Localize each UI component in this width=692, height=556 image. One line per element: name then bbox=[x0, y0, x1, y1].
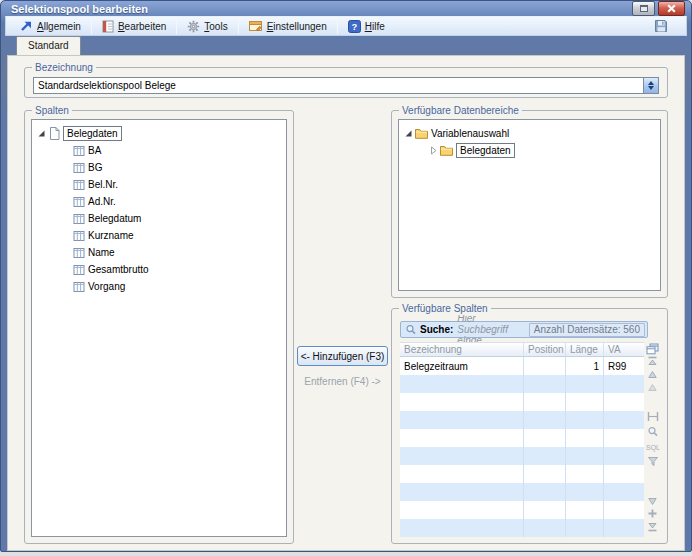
tree-item-label: BA bbox=[88, 145, 101, 156]
tree-item-belegdaten[interactable]: Belegdaten bbox=[402, 142, 657, 159]
table-row-empty[interactable] bbox=[400, 411, 644, 429]
table-row-empty[interactable] bbox=[400, 465, 644, 483]
column-header-va[interactable]: VA bbox=[604, 343, 644, 356]
cell-va bbox=[604, 465, 644, 483]
toolbar-button-einstellungen[interactable]: Einstellungen bbox=[243, 18, 333, 34]
right-column: Verfügbare Datenbereiche Variablenauswah… bbox=[391, 110, 668, 544]
spalten-group-label: Spalten bbox=[32, 104, 72, 117]
bezeichnung-group-label: Bezeichnung bbox=[32, 61, 96, 74]
table-row-empty[interactable] bbox=[400, 429, 644, 447]
datenbereiche-group: Verfügbare Datenbereiche Variablenauswah… bbox=[391, 110, 668, 298]
toolbar-button-hilfe[interactable]: ?Hilfe bbox=[342, 18, 391, 35]
scroll-bottom-icon[interactable] bbox=[646, 520, 660, 533]
table-row-empty[interactable] bbox=[400, 483, 644, 501]
tree-item-label: Name bbox=[88, 247, 115, 258]
column-header-länge[interactable]: Länge bbox=[566, 343, 604, 356]
cell-va bbox=[604, 429, 644, 447]
expanded-icon[interactable] bbox=[35, 129, 47, 138]
tree-item-gesamtbrutto[interactable]: Gesamtbrutto bbox=[35, 261, 283, 278]
tree-item-belegdaten[interactable]: Belegdaten bbox=[35, 125, 283, 142]
expanded-icon[interactable] bbox=[402, 129, 414, 138]
toolbar-button-tools[interactable]: Tools bbox=[181, 18, 233, 35]
cell-laenge: 1 bbox=[566, 357, 604, 375]
svg-text:?: ? bbox=[351, 20, 357, 31]
verfuegbare-spalten-group-label: Verfügbare Spalten bbox=[399, 302, 491, 315]
cell-laenge bbox=[566, 411, 604, 429]
cell-bezeichnung bbox=[400, 429, 524, 447]
tree-item-variablenauswahl[interactable]: Variablenauswahl bbox=[402, 125, 657, 142]
cell-laenge bbox=[566, 429, 604, 447]
combobox-spinner-button[interactable] bbox=[643, 78, 658, 93]
toolbar-button-label: Einstellungen bbox=[267, 21, 327, 32]
tab-standard[interactable]: Standard bbox=[16, 36, 81, 55]
save-button[interactable] bbox=[650, 17, 672, 35]
cell-va bbox=[604, 519, 644, 537]
transfer-controls: <- Hinzufügen (F3) Entfernen (F4) -> bbox=[294, 110, 391, 544]
table-row-empty[interactable] bbox=[400, 375, 644, 393]
tree-item-label: Belegdatum bbox=[88, 213, 141, 224]
zoom-icon[interactable] bbox=[646, 425, 660, 438]
spalten-tree-panel[interactable]: BelegdatenBABGBel.Nr.Ad.Nr.BelegdatumKur… bbox=[31, 119, 287, 537]
bezeichnung-value[interactable]: Standardselektionspool Belege bbox=[34, 78, 643, 93]
tree-item-ba[interactable]: BA bbox=[35, 142, 283, 159]
toolbar-button-bearbeiten[interactable]: Bearbeiten bbox=[96, 18, 172, 35]
toolbar: AllgemeinBearbeitenToolsEinstellungen?Hi… bbox=[5, 16, 687, 36]
sql-icon[interactable]: SQL bbox=[646, 440, 660, 453]
close-button[interactable] bbox=[658, 1, 685, 16]
tree-item-name[interactable]: Name bbox=[35, 244, 283, 261]
table-row-empty[interactable] bbox=[400, 393, 644, 411]
bezeichnung-group: Bezeichnung Standardselektionspool Beleg… bbox=[24, 67, 668, 98]
filter-icon[interactable] bbox=[646, 455, 660, 468]
notebook-icon bbox=[102, 20, 114, 33]
tree-item-kurzname[interactable]: Kurzname bbox=[35, 227, 283, 244]
columns-icon bbox=[73, 196, 85, 208]
page-up-icon[interactable] bbox=[646, 381, 660, 394]
tree-item-ad-nr-[interactable]: Ad.Nr. bbox=[35, 193, 283, 210]
column-header-position[interactable]: Position bbox=[524, 343, 566, 356]
cell-bezeichnung bbox=[400, 519, 524, 537]
toolbar-button-allgemein[interactable]: Allgemein bbox=[14, 18, 87, 34]
toolbar-button-label: Bearbeiten bbox=[118, 21, 166, 32]
cell-bezeichnung bbox=[400, 393, 524, 411]
column-width-icon[interactable] bbox=[646, 410, 660, 423]
move-down-icon[interactable] bbox=[646, 494, 660, 507]
bezeichnung-combobox[interactable]: Standardselektionspool Belege bbox=[33, 77, 659, 94]
columns-icon bbox=[73, 247, 85, 259]
folder-icon bbox=[440, 145, 453, 156]
insert-row-icon[interactable] bbox=[646, 507, 660, 520]
collapsed-icon[interactable] bbox=[427, 146, 439, 155]
restore-button[interactable] bbox=[632, 1, 655, 16]
cell-laenge bbox=[566, 393, 604, 411]
toolbar-buttons: AllgemeinBearbeitenToolsEinstellungen?Hi… bbox=[14, 18, 391, 35]
tree-item-bg[interactable]: BG bbox=[35, 159, 283, 176]
tree-item-label: BG bbox=[88, 162, 102, 173]
column-chooser-icon[interactable] bbox=[646, 342, 660, 355]
cell-laenge bbox=[566, 447, 604, 465]
cell-bezeichnung bbox=[400, 465, 524, 483]
move-up-icon[interactable] bbox=[646, 368, 660, 381]
tree-item-vorgang[interactable]: Vorgang bbox=[35, 278, 283, 295]
search-bar[interactable]: Suche: Hier Suchbegriff einge Anzahl Dat… bbox=[400, 321, 648, 338]
table-row-empty[interactable] bbox=[400, 519, 644, 537]
toolbar-button-label: Tools bbox=[204, 21, 227, 32]
column-header-bezeichnung[interactable]: Bezeichnung bbox=[400, 343, 524, 356]
cell-position bbox=[524, 501, 566, 519]
table-row-empty[interactable] bbox=[400, 447, 644, 465]
title-bar[interactable]: Selektionspool bearbeiten bbox=[1, 1, 691, 16]
datenbereiche-tree-panel[interactable]: VariablenauswahlBelegdaten bbox=[398, 119, 661, 291]
add-button[interactable]: <- Hinzufügen (F3) bbox=[297, 346, 388, 366]
columns-icon bbox=[73, 264, 85, 276]
toolbar-button-label: Allgemein bbox=[37, 21, 81, 32]
table-row-belegzeitraum[interactable]: Belegzeitraum1R99 bbox=[400, 357, 644, 375]
cell-bezeichnung bbox=[400, 411, 524, 429]
remove-button[interactable]: Entfernen (F4) -> bbox=[304, 376, 380, 387]
settings-icon bbox=[249, 20, 263, 32]
tree-item-belegdatum[interactable]: Belegdatum bbox=[35, 210, 283, 227]
tree-item-bel-nr-[interactable]: Bel.Nr. bbox=[35, 176, 283, 193]
columns-table[interactable]: BezeichnungPositionLängeVABelegzeitraum1… bbox=[400, 342, 644, 537]
scroll-top-icon[interactable] bbox=[646, 355, 660, 368]
table-row-empty[interactable] bbox=[400, 501, 644, 519]
toolbar-separator bbox=[238, 18, 239, 34]
columns-icon bbox=[73, 213, 85, 225]
dialog-window: Selektionspool bearbeiten AllgemeinBearb… bbox=[0, 0, 692, 552]
